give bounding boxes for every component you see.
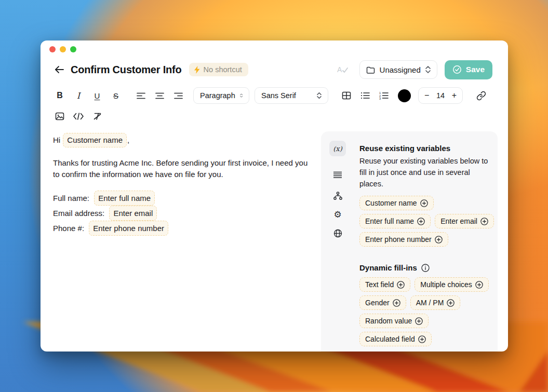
share-nodes-icon xyxy=(333,192,342,200)
fillin-chip[interactable]: AM / PM xyxy=(410,295,461,310)
align-center-button[interactable] xyxy=(153,89,166,102)
zoom-window-button[interactable] xyxy=(70,46,76,52)
snippet-header: Confirm Customer Info No shortcut A Unas… xyxy=(53,59,492,80)
folder-select[interactable]: Unassigned xyxy=(359,60,437,79)
folder-select-value: Unassigned xyxy=(380,65,421,74)
tab-language[interactable] xyxy=(329,228,346,238)
bullet-list-icon xyxy=(360,91,370,100)
fillin-chip-label: Multiple choices xyxy=(420,280,472,289)
field-label: Full name: xyxy=(53,194,89,202)
reuse-variables-description: Reuse your existing variables below to f… xyxy=(359,155,488,190)
variable-chip-label: Customer name xyxy=(365,199,417,207)
chevron-updown-icon xyxy=(425,65,431,74)
variables-panel: (x) ⚙ Reuse existing variables Reuse you… xyxy=(321,131,498,352)
insert-link-button[interactable] xyxy=(474,89,488,102)
chevron-updown-icon xyxy=(240,92,243,99)
dynamic-fillins-heading: Dynamic fill-ins xyxy=(359,263,417,272)
tab-connected-snippets[interactable] xyxy=(329,191,346,201)
inline-variable-chip[interactable]: Enter email xyxy=(109,206,157,221)
numbered-list-icon: 123 xyxy=(379,91,389,100)
inline-variable-chip[interactable]: Enter phone number xyxy=(89,221,168,236)
plus-circle-icon xyxy=(417,218,425,225)
font-family-select[interactable]: Sans Serif xyxy=(255,87,328,104)
variable-chip[interactable]: Enter email xyxy=(435,214,494,228)
spellcheck-icon[interactable]: A xyxy=(337,63,349,76)
formatting-toolbar: B I U S Paragraph Sans Serif xyxy=(53,87,496,123)
fillin-chip[interactable]: Calculated field xyxy=(359,332,432,346)
plus-circle-icon xyxy=(393,299,400,307)
panel-content: Reuse existing variables Reuse your exis… xyxy=(359,144,496,346)
align-right-button[interactable] xyxy=(171,89,185,102)
variable-chip[interactable]: Enter phone number xyxy=(359,232,448,247)
info-icon[interactable] xyxy=(421,264,430,272)
image-icon xyxy=(55,112,64,120)
fillin-chip-label: Gender xyxy=(365,299,390,307)
inline-variable-chip[interactable]: Enter full name xyxy=(94,191,155,206)
chevron-updown-icon xyxy=(317,92,322,99)
align-left-icon xyxy=(137,92,145,99)
tab-text-blocks[interactable] xyxy=(329,170,346,180)
plus-circle-icon xyxy=(418,335,426,343)
fillin-chip[interactable]: Gender xyxy=(359,295,406,310)
dynamic-fillin-chips: Text field Multiple choices Gender xyxy=(359,277,496,346)
window-controls xyxy=(49,46,76,52)
code-view-button[interactable] xyxy=(72,110,85,123)
bullet-list-button[interactable] xyxy=(358,89,372,102)
shortcut-badge[interactable]: No shortcut xyxy=(189,63,248,76)
underline-button[interactable]: U xyxy=(90,89,104,102)
inline-variable-chip[interactable]: Customer name xyxy=(63,133,127,147)
decrease-font-size-button[interactable]: − xyxy=(424,91,429,100)
reuse-variables-heading: Reuse existing variables xyxy=(359,144,496,153)
plus-circle-icon xyxy=(435,236,443,244)
svg-text:A: A xyxy=(337,65,342,74)
arrow-left-icon xyxy=(55,65,64,74)
paragraph-style-select[interactable]: Paragraph xyxy=(193,87,249,104)
close-window-button[interactable] xyxy=(49,46,56,52)
fillin-chip-label: Calculated field xyxy=(365,335,415,343)
paragraph-style-value: Paragraph xyxy=(200,91,235,100)
back-button[interactable] xyxy=(53,63,65,76)
save-button[interactable]: Save xyxy=(445,60,492,79)
variable-chip-label: Enter email xyxy=(440,217,477,225)
check-circle-icon xyxy=(452,65,462,74)
text-lines-icon xyxy=(333,171,342,179)
variable-chip[interactable]: Enter full name xyxy=(359,214,431,228)
plus-circle-icon xyxy=(475,281,483,289)
field-label: Phone #: xyxy=(53,224,84,233)
dynamic-fillins-heading-row: Dynamic fill-ins xyxy=(359,263,496,272)
save-button-label: Save xyxy=(466,65,485,74)
align-left-button[interactable] xyxy=(134,89,148,102)
insert-table-button[interactable] xyxy=(340,89,353,102)
fillin-chip[interactable]: Text field xyxy=(359,277,410,292)
tab-variables[interactable]: (x) xyxy=(329,141,346,156)
fillin-chip[interactable]: Random value xyxy=(359,314,429,328)
increase-font-size-button[interactable]: + xyxy=(452,91,457,100)
tab-settings[interactable]: ⚙ xyxy=(329,209,346,220)
clear-formatting-button[interactable] xyxy=(90,110,104,123)
link-icon xyxy=(476,91,486,101)
insert-image-button[interactable] xyxy=(53,110,66,123)
folder-icon xyxy=(366,66,375,74)
italic-button[interactable]: I xyxy=(72,89,85,102)
app-window: Confirm Customer Info No shortcut A Unas… xyxy=(41,40,508,352)
page-title: Confirm Customer Info xyxy=(71,64,182,76)
fillin-chip-label: Random value xyxy=(365,317,412,325)
field-line: Phone #: Enter phone number xyxy=(53,221,315,236)
svg-text:3: 3 xyxy=(379,97,381,100)
snippet-editor[interactable]: Hi Customer name, Thanks for trusting Ac… xyxy=(53,129,315,236)
variable-chip-label: Enter full name xyxy=(365,217,414,225)
strikethrough-button[interactable]: S xyxy=(109,89,123,102)
font-size-control: − 14 + xyxy=(418,87,463,104)
align-center-icon xyxy=(155,92,164,99)
minimize-window-button[interactable] xyxy=(60,46,66,52)
bold-button[interactable]: B xyxy=(53,89,66,102)
field-line: Email address: Enter email xyxy=(53,206,315,221)
lightning-bolt-icon xyxy=(194,66,200,74)
variable-chip[interactable]: Customer name xyxy=(359,196,434,210)
numbered-list-button[interactable]: 123 xyxy=(377,89,391,102)
text-color-button[interactable] xyxy=(398,89,411,102)
fillin-chip[interactable]: Multiple choices xyxy=(415,277,489,292)
plus-circle-icon xyxy=(397,281,405,289)
table-icon xyxy=(342,91,351,100)
variable-chip-label: Enter phone number xyxy=(365,235,432,244)
